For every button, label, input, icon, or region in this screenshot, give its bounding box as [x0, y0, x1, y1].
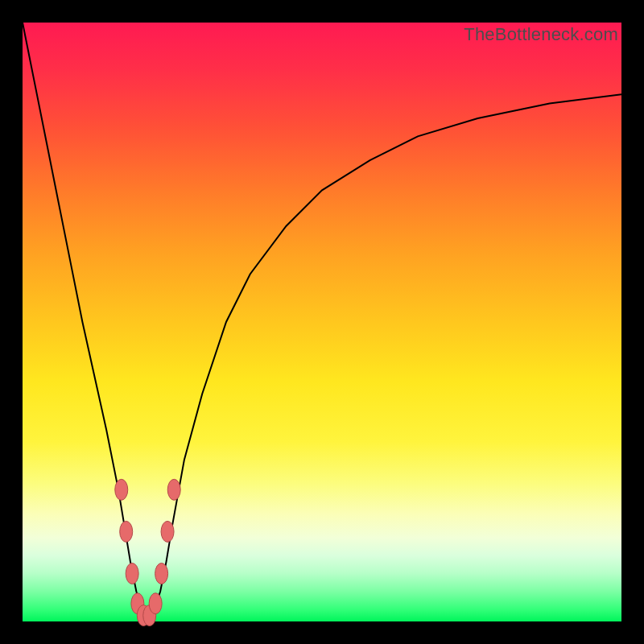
chart-frame: TheBottleneck.com	[0, 0, 644, 644]
data-marker	[120, 521, 133, 542]
markers-group	[115, 479, 180, 625]
chart-svg	[23, 23, 621, 621]
data-marker	[115, 479, 128, 500]
data-marker	[149, 593, 162, 614]
curve-group	[23, 23, 621, 616]
data-marker	[167, 479, 180, 500]
data-marker	[155, 563, 168, 584]
bottleneck-curve	[23, 23, 621, 616]
data-marker	[161, 521, 174, 542]
watermark-text: TheBottleneck.com	[464, 24, 618, 45]
data-marker	[126, 563, 138, 584]
